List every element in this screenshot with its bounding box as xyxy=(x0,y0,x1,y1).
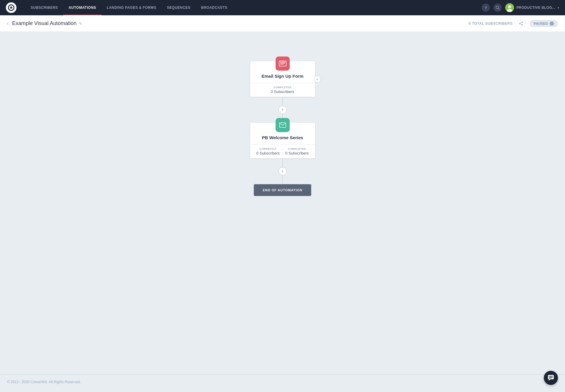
side-plus-button[interactable]: + xyxy=(314,76,321,83)
help-button[interactable]: ? xyxy=(482,4,490,12)
logo-icon xyxy=(8,4,14,11)
email-icon xyxy=(279,122,286,128)
card2-icon xyxy=(276,118,290,132)
form-icon xyxy=(279,61,286,67)
paused-toggle[interactable]: PAUSED xyxy=(530,20,558,27)
nav-item-sequences[interactable]: SEQUENCES xyxy=(162,0,196,15)
username-label: PRODUCTIVE BLOG... xyxy=(516,6,555,10)
subheader: ‹ Example Visual Automation ✎ 0 TOTAL SU… xyxy=(0,15,565,32)
end-automation-block: END OF AUTOMATION xyxy=(254,184,311,196)
svg-line-9 xyxy=(520,24,522,24)
page-title: Example Visual Automation xyxy=(12,20,77,26)
flow-line-3 xyxy=(282,158,283,167)
add-step-button-1[interactable]: + xyxy=(279,106,287,114)
share-button[interactable] xyxy=(517,19,526,28)
connector2: + xyxy=(279,158,287,184)
card2-stat1: CURRENTLY 0 Subscribers xyxy=(254,147,283,155)
edit-icon[interactable]: ✎ xyxy=(79,21,82,26)
footer: © 2013 - 2020 ConvertKit. All Rights Res… xyxy=(0,374,565,389)
logo[interactable] xyxy=(6,2,16,13)
card1-icon xyxy=(276,57,290,71)
card1-wrapper: Email Sign Up Form COMPLETED 0 Subscribe… xyxy=(250,61,315,97)
card2-stat2: COMPLETED 0 Subscribers xyxy=(283,147,312,155)
svg-line-8 xyxy=(520,22,522,23)
total-subscribers-label: 0 TOTAL SUBSCRIBERS xyxy=(469,21,513,26)
card2-stat2-label: COMPLETED xyxy=(283,147,312,150)
card2-stat1-value: 0 Subscribers xyxy=(254,151,283,155)
user-menu[interactable]: PRODUCTIVE BLOG... ▾ xyxy=(505,3,559,12)
svg-line-1 xyxy=(498,9,499,10)
navbar: SUBSCRIBERS AUTOMATIONS LANDING PAGES & … xyxy=(0,0,565,15)
svg-marker-17 xyxy=(549,379,550,381)
card2-stat2-value: 0 Subscribers xyxy=(283,151,312,155)
card2-stat1-label: CURRENTLY xyxy=(254,147,283,150)
navbar-right: ? PRODUCTIVE BLOG... ▾ xyxy=(482,3,559,12)
svg-point-7 xyxy=(519,23,521,24)
nav-menu: SUBSCRIBERS AUTOMATIONS LANDING PAGES & … xyxy=(25,0,482,15)
card2-body: CURRENTLY 0 Subscribers COMPLETED 0 Subs… xyxy=(250,144,315,158)
card2-wrapper: PB Welcome Series CURRENTLY 0 Subscriber… xyxy=(250,123,315,158)
svg-point-6 xyxy=(522,24,523,25)
search-icon xyxy=(496,6,500,10)
card2-title: PB Welcome Series xyxy=(255,135,310,140)
nav-item-subscribers[interactable]: SUBSCRIBERS xyxy=(25,0,63,15)
svg-rect-14 xyxy=(279,61,286,62)
email-signup-card[interactable]: Email Sign Up Form COMPLETED 0 Subscribe… xyxy=(250,61,315,97)
chat-icon xyxy=(548,375,554,381)
avatar xyxy=(505,3,514,12)
add-step-button-2[interactable]: + xyxy=(279,167,287,175)
card1-header: Email Sign Up Form xyxy=(250,61,315,83)
card1-stat1-label: COMPLETED xyxy=(254,86,312,89)
svg-point-3 xyxy=(508,5,511,8)
chevron-down-icon: ▾ xyxy=(558,6,559,9)
card1-stat1-value: 0 Subscribers xyxy=(254,89,312,94)
chat-widget[interactable] xyxy=(544,371,558,385)
card1-stat1: COMPLETED 0 Subscribers xyxy=(254,86,312,94)
share-icon xyxy=(519,21,523,26)
nav-item-broadcasts[interactable]: BROADCASTS xyxy=(196,0,233,15)
nav-item-automations[interactable]: AUTOMATIONS xyxy=(63,0,102,15)
footer-copyright: © 2013 - 2020 ConvertKit. All Rights Res… xyxy=(7,380,81,384)
card1-body: COMPLETED 0 Subscribers xyxy=(250,83,315,97)
main-canvas: Email Sign Up Form COMPLETED 0 Subscribe… xyxy=(0,32,565,374)
flow-container: Email Sign Up Form COMPLETED 0 Subscribe… xyxy=(250,49,315,196)
flow-line-4 xyxy=(282,175,283,184)
avatar-image xyxy=(505,3,514,12)
search-button[interactable] xyxy=(493,4,502,12)
svg-point-5 xyxy=(522,21,523,23)
flow-line-1 xyxy=(282,97,283,106)
card2-header: PB Welcome Series xyxy=(250,123,315,144)
welcome-series-card[interactable]: PB Welcome Series CURRENTLY 0 Subscriber… xyxy=(250,123,315,158)
subheader-right: 0 TOTAL SUBSCRIBERS PAUSED xyxy=(469,19,558,28)
back-button[interactable]: ‹ xyxy=(7,21,9,26)
card1-title: Email Sign Up Form xyxy=(255,74,310,79)
nav-item-landing-pages[interactable]: LANDING PAGES & FORMS xyxy=(102,0,162,15)
